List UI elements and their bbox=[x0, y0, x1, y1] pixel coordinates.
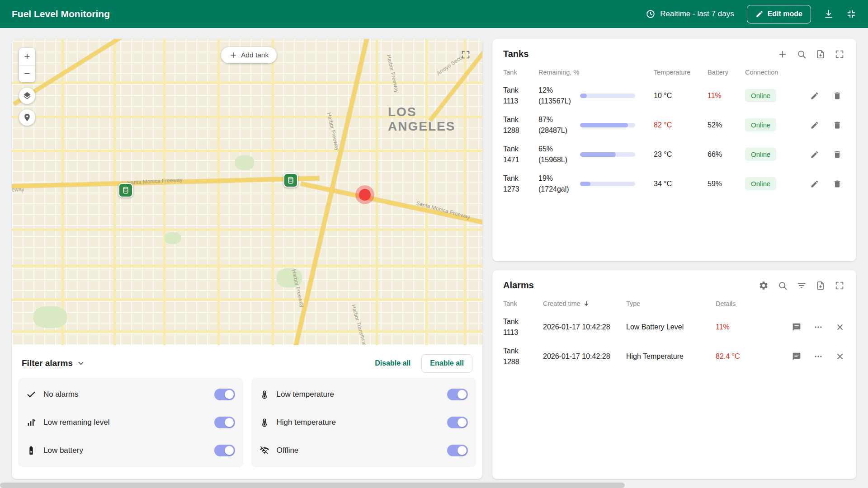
filter-group-left: No alarms Low remaning level Low battery bbox=[18, 378, 243, 467]
table-header: Tank Created time Type Details bbox=[492, 295, 856, 312]
trash-icon bbox=[833, 179, 842, 188]
clear-alarm-button[interactable] bbox=[835, 323, 844, 332]
low-remaining-level-toggle[interactable] bbox=[214, 417, 235, 428]
offline-toggle[interactable] bbox=[447, 445, 468, 456]
comment-button[interactable] bbox=[792, 323, 801, 332]
low-battery-toggle[interactable] bbox=[214, 445, 235, 456]
timewindow-button[interactable]: Realtime - last 7 days bbox=[646, 9, 734, 19]
tank-remaining: 19% (1724gal) bbox=[538, 173, 580, 194]
search-button[interactable] bbox=[778, 281, 788, 291]
map-park bbox=[165, 232, 181, 244]
table-row[interactable]: Tank 1113 2026-01-17 10:42:28 Low Batter… bbox=[492, 312, 856, 342]
export-button[interactable] bbox=[816, 49, 826, 59]
column-tank[interactable]: Tank bbox=[503, 69, 538, 76]
pencil-icon bbox=[810, 91, 819, 100]
zoom-in-button[interactable]: + bbox=[19, 48, 35, 65]
table-row[interactable]: Tank 1273 19% (1724gal) 34 °C 59% Online bbox=[492, 169, 856, 198]
clear-alarm-button[interactable] bbox=[835, 352, 844, 361]
search-button[interactable] bbox=[797, 49, 807, 59]
column-details[interactable]: Details bbox=[716, 300, 779, 307]
tank-temperature: 23 °C bbox=[654, 150, 708, 159]
table-row[interactable]: Tank 1471 65% (15968L) 23 °C 66% Online bbox=[492, 140, 856, 169]
road-label: Harbor Freeway bbox=[291, 269, 306, 308]
delete-tank-button[interactable] bbox=[833, 150, 842, 159]
map-road bbox=[12, 229, 482, 231]
column-connection[interactable]: Connection bbox=[745, 69, 807, 76]
add-tank-label: Add tank bbox=[241, 51, 269, 59]
tank-remaining: 12% (113567L) bbox=[538, 85, 580, 106]
column-type[interactable]: Type bbox=[626, 300, 716, 307]
map-park bbox=[33, 306, 67, 328]
fullscreen-button[interactable] bbox=[835, 281, 844, 291]
alarm-created-time: 2026-01-17 10:42:28 bbox=[543, 323, 626, 331]
map-road bbox=[12, 150, 482, 152]
horizontal-scrollbar[interactable] bbox=[0, 483, 868, 488]
delete-tank-button[interactable] bbox=[833, 179, 842, 188]
layers-icon bbox=[23, 91, 32, 100]
filter-button[interactable] bbox=[797, 281, 807, 291]
edit-tank-button[interactable] bbox=[810, 150, 819, 159]
alarm-marker[interactable] bbox=[355, 185, 374, 204]
sort-arrow-down-icon bbox=[583, 300, 590, 307]
filter-low-battery: Low battery bbox=[26, 436, 235, 465]
more-actions-button[interactable] bbox=[814, 323, 823, 332]
locate-button[interactable] bbox=[19, 109, 35, 126]
close-icon bbox=[835, 323, 844, 332]
trash-icon bbox=[833, 121, 842, 130]
column-created-time[interactable]: Created time bbox=[543, 300, 626, 307]
enable-all-button[interactable]: Enable all bbox=[421, 354, 472, 373]
edit-tank-button[interactable] bbox=[810, 179, 819, 188]
column-battery[interactable]: Battery bbox=[708, 69, 745, 76]
tank-level-bar bbox=[580, 94, 654, 98]
filter-alarms-dropdown[interactable]: Filter alarms bbox=[22, 358, 85, 368]
low-temperature-toggle[interactable] bbox=[447, 389, 468, 400]
tank-marker[interactable] bbox=[283, 173, 298, 188]
tank-battery: 66% bbox=[708, 150, 745, 159]
filter-label: Offline bbox=[277, 446, 299, 455]
chevron-down-icon bbox=[76, 359, 85, 368]
map-road bbox=[12, 330, 482, 333]
edit-tank-button[interactable] bbox=[810, 121, 819, 130]
exit-fullscreen-button[interactable] bbox=[846, 9, 856, 19]
add-entity-button[interactable] bbox=[778, 49, 788, 59]
map-road bbox=[113, 39, 116, 345]
filter-label: Low remaning level bbox=[43, 418, 109, 427]
high-temperature-toggle[interactable] bbox=[447, 417, 468, 428]
more-actions-button[interactable] bbox=[814, 352, 823, 361]
map-road bbox=[272, 39, 274, 345]
map-fullscreen-button[interactable] bbox=[461, 50, 471, 60]
tank-connection: Online bbox=[745, 148, 807, 161]
tank-connection: Online bbox=[745, 89, 807, 102]
settings-button[interactable] bbox=[759, 281, 769, 291]
map[interactable]: Santa Monica Freeway Santa Monica Freewa… bbox=[12, 39, 482, 345]
column-temperature[interactable]: Temperature bbox=[654, 69, 708, 76]
comment-button[interactable] bbox=[792, 352, 801, 361]
table-row[interactable]: Tank 1288 87% (28487L) 82 °C 52% Online bbox=[492, 110, 856, 140]
column-tank[interactable]: Tank bbox=[503, 300, 543, 307]
add-tank-button[interactable]: Add tank bbox=[221, 47, 277, 63]
edit-mode-button[interactable]: Edit mode bbox=[747, 5, 811, 23]
filter-alarms-label: Filter alarms bbox=[22, 358, 73, 368]
column-remaining[interactable]: Remaining, % bbox=[538, 69, 580, 76]
edit-tank-button[interactable] bbox=[810, 91, 819, 100]
fullscreen-button[interactable] bbox=[835, 49, 844, 59]
zoom-out-button[interactable]: − bbox=[19, 66, 35, 83]
city-label: LOS ANGELES bbox=[388, 105, 482, 134]
map-road bbox=[464, 39, 466, 345]
plus-icon bbox=[778, 49, 788, 59]
delete-tank-button[interactable] bbox=[833, 91, 842, 100]
export-button[interactable] bbox=[816, 281, 826, 291]
fullscreen-icon bbox=[835, 49, 844, 59]
comment-icon bbox=[792, 323, 801, 332]
table-row[interactable]: Tank 1288 2026-01-17 10:42:28 High Tempe… bbox=[492, 342, 856, 371]
layers-button[interactable] bbox=[19, 88, 35, 104]
scrollbar-thumb[interactable] bbox=[0, 483, 625, 488]
disable-all-button[interactable]: Disable all bbox=[368, 356, 417, 371]
map-park bbox=[235, 155, 254, 170]
table-row[interactable]: Tank 1113 12% (113567L) 10 °C 11% Online bbox=[492, 81, 856, 110]
tank-marker[interactable] bbox=[118, 183, 133, 197]
no-alarms-toggle[interactable] bbox=[214, 389, 235, 400]
battery-icon bbox=[26, 446, 36, 455]
download-button[interactable] bbox=[824, 9, 834, 19]
delete-tank-button[interactable] bbox=[833, 121, 842, 130]
